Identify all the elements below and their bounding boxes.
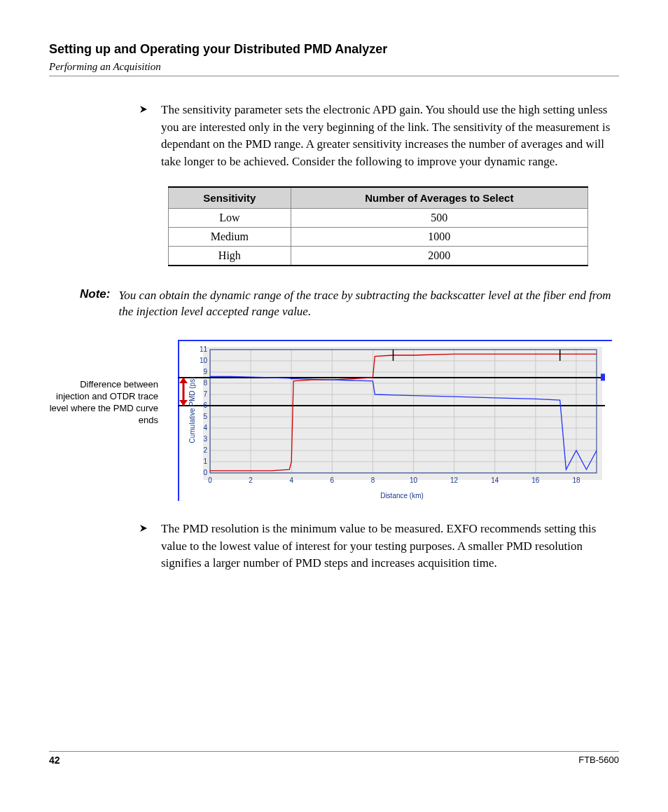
svg-text:12: 12 (450, 476, 459, 484)
svg-text:2: 2 (203, 446, 207, 454)
sensitivity-table: Sensitivity Number of Averages to Select… (168, 186, 588, 266)
figure-block: Difference between injection and OTDR tr… (49, 340, 619, 501)
svg-text:14: 14 (491, 476, 499, 484)
table-header: Sensitivity (169, 187, 291, 209)
double-arrow-icon (179, 378, 188, 406)
page-number: 42 (49, 755, 60, 766)
bullet-item: The PMD resolution is the minimum value … (140, 521, 619, 572)
svg-text:2: 2 (249, 476, 253, 484)
svg-text:8: 8 (371, 476, 375, 484)
table-cell: Low (169, 208, 291, 227)
svg-marker-55 (179, 378, 188, 383)
table-cell: High (169, 246, 291, 266)
model-code: FTB-5600 (578, 755, 619, 766)
table-row: Medium 1000 (169, 227, 588, 246)
bullet-item: The sensitivity parameter sets the elect… (140, 102, 619, 171)
header-rule (49, 76, 619, 76)
table-row: Low 500 (169, 208, 588, 227)
table-cell: Medium (169, 227, 291, 246)
svg-text:6: 6 (330, 476, 335, 484)
chart-ylabel: Cumulative PMD (ps) (188, 377, 196, 443)
page: Setting up and Operating your Distribute… (0, 0, 668, 812)
svg-text:18: 18 (572, 476, 580, 484)
svg-rect-2 (178, 340, 179, 501)
content-block: The PMD resolution is the minimum value … (140, 521, 619, 572)
table-cell: 1000 (291, 227, 587, 246)
svg-marker-56 (179, 400, 188, 406)
page-footer: 42 FTB-5600 (49, 751, 619, 766)
figure-side-caption: Difference between injection and OTDR tr… (49, 340, 158, 427)
svg-text:3: 3 (203, 435, 207, 443)
table-row: High 2000 (169, 246, 588, 266)
svg-text:6: 6 (203, 401, 207, 409)
svg-text:0: 0 (203, 469, 207, 476)
chart-xlabel: Distance (km) (380, 492, 424, 500)
content-block: The sensitivity parameter sets the elect… (140, 102, 619, 266)
svg-marker-57 (140, 525, 147, 532)
svg-rect-1 (178, 340, 612, 341)
note-block: Note: You can obtain the dynamic range o… (80, 287, 619, 321)
svg-text:4: 4 (203, 424, 207, 432)
table-cell: 500 (291, 208, 587, 227)
table-header: Number of Averages to Select (291, 187, 587, 209)
bullet-text: The PMD resolution is the minimum value … (161, 521, 619, 572)
svg-rect-3 (203, 347, 602, 480)
bullet-text: The sensitivity parameter sets the elect… (161, 102, 619, 171)
svg-text:16: 16 (531, 476, 540, 484)
svg-text:10: 10 (410, 476, 418, 484)
note-label: Note: (80, 287, 110, 301)
svg-text:4: 4 (289, 476, 293, 484)
svg-text:11: 11 (200, 345, 208, 353)
note-text: You can obtain the dynamic range of the … (118, 287, 619, 321)
svg-rect-29 (601, 374, 605, 381)
svg-text:8: 8 (203, 379, 207, 387)
svg-text:0: 0 (208, 476, 212, 484)
svg-text:7: 7 (203, 390, 207, 398)
svg-text:1: 1 (203, 457, 207, 465)
arrow-icon (140, 523, 151, 533)
pmd-chart: 01234567891011 024681012141618 Cumulativ… (164, 340, 612, 501)
svg-text:9: 9 (203, 368, 207, 376)
svg-text:5: 5 (203, 413, 207, 420)
section-subtitle: Performing an Acquisition (49, 61, 619, 73)
section-title: Setting up and Operating your Distribute… (49, 42, 619, 57)
table-cell: 2000 (291, 246, 587, 266)
svg-marker-0 (140, 106, 147, 113)
svg-text:10: 10 (200, 357, 208, 364)
arrow-icon (140, 104, 151, 114)
